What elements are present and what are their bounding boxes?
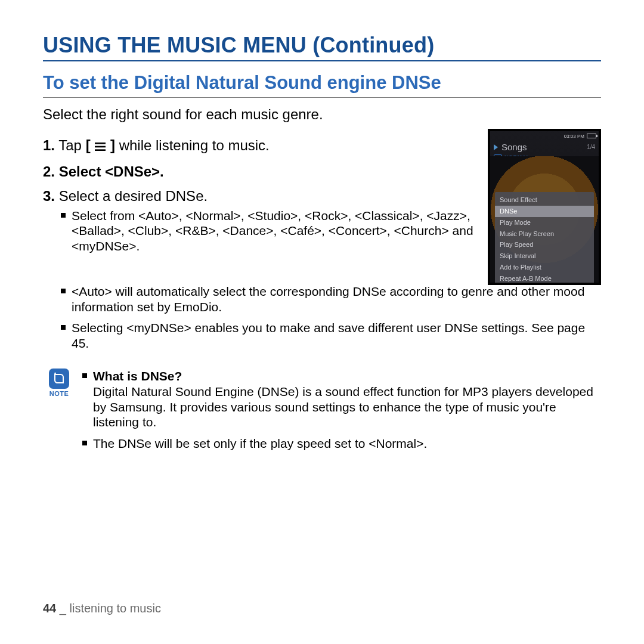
note-block: NOTE What is DNSe? Digital Natural Sound… [43, 369, 601, 457]
note-question: What is DNSe? [93, 369, 182, 383]
svg-rect-2 [95, 149, 106, 151]
note-icon-wrap: NOTE [43, 369, 75, 397]
step-2-num: 2. [43, 163, 55, 179]
section-heading: To set the Digital Natural Sound engine … [43, 72, 601, 94]
device-screenshot: 03:03 PM Songs 1/4 NORMAL Sound EffectDN… [488, 129, 601, 285]
battery-icon [587, 134, 596, 138]
bullet-auto: <Auto> will automatically select the cor… [61, 284, 601, 314]
device-header: Songs 1/4 [490, 140, 599, 153]
svg-rect-0 [95, 143, 106, 144]
step-3-bullets: Select from <Auto>, <Normal>, <Studio>, … [61, 208, 483, 254]
device-menu-item: Add to Playlist [495, 262, 594, 273]
page-title: USING THE MUSIC MENU (Continued) [43, 33, 601, 58]
device-status-bar: 03:03 PM [490, 131, 599, 140]
note-play-speed: The DNSe will be set only if the play sp… [82, 436, 601, 451]
svg-rect-1 [95, 146, 106, 148]
device-menu-item: DNSe [495, 206, 594, 217]
device-menu-item: Play Mode [495, 217, 594, 228]
step-1: 1. Tap [ ] while listening to music. [43, 137, 483, 155]
device-menu-item: Repeat A-B Mode [495, 273, 594, 284]
menu-icon [94, 138, 106, 155]
step-1-rbracket: ] [110, 137, 115, 153]
step-3-text: Select a desired DNSe. [55, 188, 208, 204]
bullet-dnse-options: Select from <Auto>, <Normal>, <Studio>, … [61, 208, 483, 254]
title-rule [43, 60, 601, 61]
device-context-menu: Sound EffectDNSePlay ModeMusic Play Scre… [495, 192, 594, 285]
device-clock: 03:03 PM [564, 134, 584, 139]
device-track-count: 1/4 [587, 144, 595, 150]
step-2: 2. Select <DNSe>. [43, 163, 483, 180]
device-menu-item: Music Play Screen [495, 228, 594, 240]
page-number: 44 [43, 602, 56, 615]
section-rule [43, 97, 601, 98]
note-icon [49, 369, 69, 389]
step-3-bullets-cont: <Auto> will automatically select the cor… [61, 284, 601, 351]
footer-sep: _ [56, 602, 69, 615]
note-answer-1: Digital Natural Sound Engine (DNSe) is a… [93, 385, 593, 429]
step-3: 3. Select a desired DNSe. Select from <A… [43, 188, 483, 253]
note-label: NOTE [43, 390, 75, 397]
steps-column: 1. Tap [ ] while listening to music. 2. … [43, 137, 483, 262]
step-1-post: while listening to music. [115, 137, 270, 153]
body-wrap: 1. Tap [ ] while listening to music. 2. … [43, 137, 601, 285]
note-body: What is DNSe? Digital Natural Sound Engi… [82, 369, 601, 457]
bullet-mydnse: Selecting <myDNSe> enables you to make a… [61, 320, 601, 351]
step-1-lbracket: [ [86, 137, 91, 153]
device-menu-item: Sound Effect [495, 194, 594, 206]
manual-page: USING THE MUSIC MENU (Continued) To set … [0, 0, 644, 644]
device-menu-item: Play Speed [495, 239, 594, 250]
play-arrow-icon [494, 144, 498, 150]
step-1-pre: Tap [55, 137, 86, 153]
step-2-text: Select <DNSe>. [55, 163, 164, 179]
step-3-num: 3. [43, 188, 55, 204]
footer-section: listening to music [70, 602, 161, 615]
note-what-is-dnse: What is DNSe? Digital Natural Sound Engi… [82, 369, 601, 429]
device-songs-label: Songs [501, 142, 583, 152]
step-1-num: 1. [43, 137, 55, 153]
page-footer: 44 _ listening to music [43, 602, 161, 615]
intro-text: Select the right sound for each music ge… [43, 106, 601, 123]
device-menu-item: Skip Interval [495, 250, 594, 262]
